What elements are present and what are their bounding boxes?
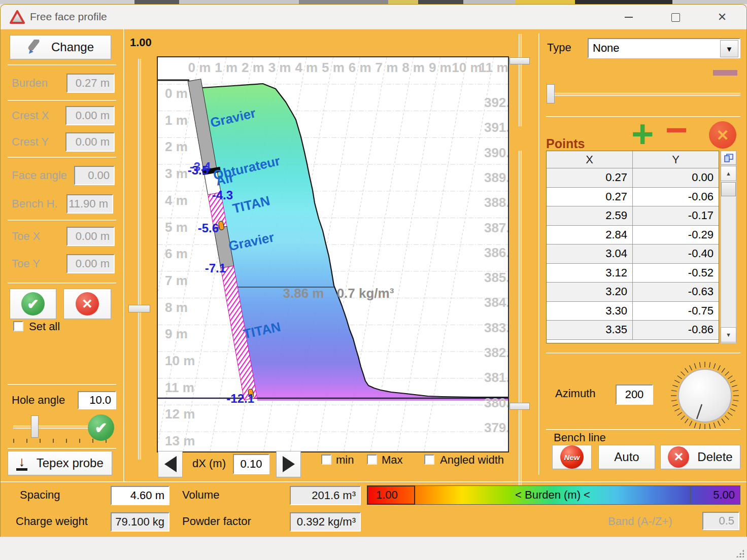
- azimuth-dial[interactable]: [670, 361, 739, 430]
- separator: [546, 353, 740, 354]
- bench-line-auto-button[interactable]: Auto: [598, 445, 655, 469]
- spacing-input[interactable]: 4.60 m: [111, 486, 169, 505]
- table-row[interactable]: 0.270.00: [547, 168, 719, 188]
- separator: [8, 220, 116, 221]
- step-left-button[interactable]: [158, 451, 183, 477]
- dropdown-arrow-icon[interactable]: ▼: [720, 40, 738, 57]
- background-windows-strip: [0, 0, 747, 4]
- charge-weight-label: Charge weight: [16, 515, 88, 528]
- burden-color-scale[interactable]: < Burden (m) <: [415, 485, 691, 505]
- table-row[interactable]: 3.12-0.52: [547, 264, 719, 283]
- resize-grip[interactable]: [736, 549, 744, 557]
- dial-knob[interactable]: [678, 369, 731, 422]
- svg-text:10 m: 10 m: [165, 353, 195, 368]
- table-scrollbar-thumb[interactable]: [721, 182, 736, 196]
- type-slider-thumb[interactable]: [547, 84, 555, 103]
- crest-y-field: 0.00 m: [65, 132, 115, 152]
- azimuth-label: Azimuth: [555, 387, 595, 400]
- type-slider-track[interactable]: [550, 93, 740, 96]
- table-row[interactable]: 0.27-0.06: [547, 188, 719, 207]
- bench-h-field: 11.90 m: [66, 194, 113, 214]
- table-scroll-down-button[interactable]: ▼: [721, 327, 736, 342]
- pan-slider-track[interactable]: [519, 151, 522, 486]
- table-corner-icon[interactable]: [721, 151, 736, 165]
- burden-scale-max[interactable]: 5.00: [691, 485, 740, 505]
- cancel-button[interactable]: ✕: [63, 289, 111, 319]
- close-button[interactable]: ✕: [710, 10, 734, 25]
- charge-weight-field: 79.100 kg: [111, 512, 169, 532]
- titlebar[interactable]: Free face profile ✕: [1, 5, 746, 29]
- points-table[interactable]: X Y 0.270.00 0.27-0.06 2.59-0.17 2.84-0.…: [546, 151, 719, 343]
- svg-text:3 m: 3 m: [165, 166, 188, 181]
- table-row[interactable]: 3.35-0.86: [547, 321, 719, 340]
- minimize-button[interactable]: [617, 10, 640, 25]
- step-right-button[interactable]: [276, 451, 301, 477]
- pan-slider-thumb[interactable]: [510, 403, 530, 410]
- svg-text:11 m: 11 m: [479, 60, 508, 75]
- max-checkbox[interactable]: [367, 454, 377, 465]
- burden-scale-min[interactable]: 1.00: [367, 485, 415, 505]
- min-checkbox[interactable]: [321, 454, 331, 465]
- apply-button[interactable]: ✔: [10, 289, 56, 319]
- left-vertical-slider-track[interactable]: [138, 59, 141, 460]
- clear-points-button[interactable]: ✕: [709, 121, 736, 149]
- column-header-x[interactable]: X: [547, 151, 633, 168]
- pencil-icon: [27, 40, 44, 55]
- face-angle-field: 0.00: [74, 166, 115, 185]
- crest-x-field: 0.00 m: [65, 106, 115, 125]
- download-arrow-icon: ↓: [16, 456, 27, 471]
- separator: [8, 384, 116, 385]
- svg-text:0 m: 0 m: [188, 60, 211, 75]
- change-button[interactable]: Change: [10, 35, 111, 59]
- type-dropdown[interactable]: None ▼: [588, 38, 740, 58]
- svg-text:3.86 m: 3.86 m: [283, 286, 324, 301]
- svg-text:2 m: 2 m: [165, 139, 188, 154]
- cross-icon: ✕: [76, 292, 99, 316]
- table-row[interactable]: 3.20-0.63: [547, 283, 719, 302]
- angled-width-checkbox[interactable]: [424, 454, 434, 465]
- type-dropdown-value: None: [593, 42, 620, 55]
- powder-factor-label: Powder factor: [182, 515, 251, 528]
- toe-y-label: Toe Y: [12, 257, 40, 270]
- add-point-button[interactable]: +: [631, 119, 654, 149]
- bench-line-new-button[interactable]: New: [552, 445, 592, 469]
- bench-h-label: Bench H.: [12, 197, 58, 211]
- hole-angle-slider-thumb[interactable]: [31, 415, 39, 438]
- bench-line-delete-button[interactable]: ✕ Delete: [660, 445, 740, 469]
- svg-text:385.9: 385.9: [484, 270, 508, 285]
- hole-angle-input[interactable]: 10.0: [78, 391, 116, 409]
- points-table-header: X Y: [547, 151, 719, 168]
- azimuth-input[interactable]: 200: [616, 384, 653, 405]
- svg-text:3 m: 3 m: [268, 60, 291, 75]
- zoom-slider-thumb[interactable]: [510, 57, 530, 64]
- svg-text:386.9: 386.9: [484, 245, 508, 260]
- table-row[interactable]: 2.84-0.29: [547, 226, 719, 245]
- delete-button-label: Delete: [697, 450, 732, 464]
- toe-x-field: 0.00 m: [66, 227, 115, 246]
- column-header-y[interactable]: Y: [633, 151, 719, 168]
- table-row[interactable]: 2.59-0.17: [547, 206, 719, 226]
- svg-text:-4.3: -4.3: [212, 188, 233, 202]
- zoom-slider-track[interactable]: [519, 34, 522, 126]
- tepex-probe-button[interactable]: ↓ Tepex probe: [8, 451, 112, 475]
- delete-cross-icon: ✕: [668, 446, 689, 468]
- svg-text:0 m: 0 m: [165, 86, 188, 101]
- svg-text:5 m: 5 m: [322, 60, 345, 75]
- points-table-body: 0.270.00 0.27-0.06 2.59-0.17 2.84-0.29 3…: [547, 168, 719, 340]
- face-angle-label: Face angle: [12, 169, 67, 182]
- set-all-checkbox[interactable]: [13, 321, 23, 331]
- app-warning-triangle-icon: [10, 10, 25, 24]
- maximize-button[interactable]: [664, 10, 687, 25]
- separator: [8, 448, 116, 449]
- remove-point-button[interactable]: −: [665, 115, 688, 145]
- hole-angle-apply-button[interactable]: ✔: [88, 414, 114, 441]
- profile-chart[interactable]: 0 m1 m2 m3 m4 m5 m6 m7 m8 m9 m10 m11 m0 …: [157, 56, 509, 452]
- svg-text:387.9: 387.9: [484, 220, 508, 235]
- check-icon: ✔: [21, 292, 45, 316]
- table-row[interactable]: 3.30-0.75: [547, 302, 719, 321]
- table-scroll-up-button[interactable]: ▲: [721, 166, 736, 181]
- dx-input[interactable]: 0.10: [233, 454, 269, 474]
- left-vertical-slider-thumb[interactable]: [128, 305, 150, 312]
- dx-label: dX (m): [192, 457, 226, 470]
- table-row[interactable]: 3.04-0.40: [547, 244, 719, 264]
